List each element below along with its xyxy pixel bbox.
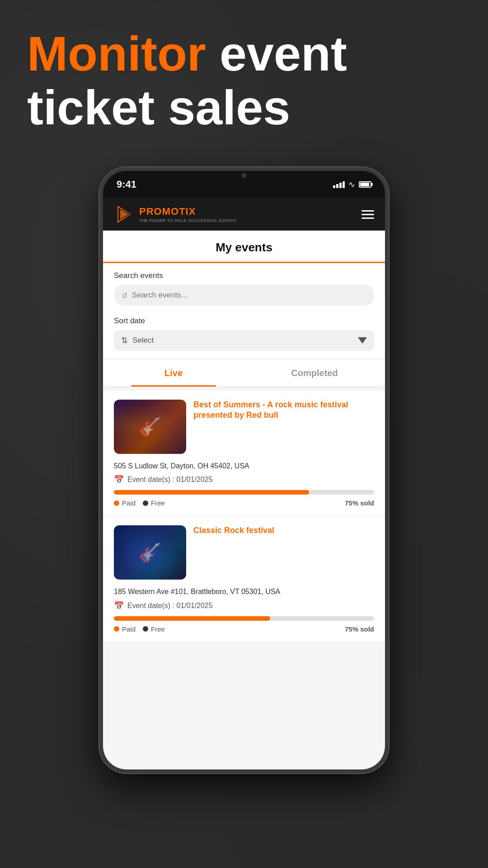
event-title-2: Classic Rock festival (193, 525, 374, 536)
paid-label-2: Paid (122, 625, 136, 633)
event-card-2[interactable]: Classic Rock festival 185 Western Ave #1… (103, 516, 385, 642)
paid-dot-1 (114, 500, 119, 506)
notch (226, 171, 262, 180)
legend-free-1: Free (143, 499, 165, 507)
search-label: Search events (114, 271, 374, 280)
sort-dropdown[interactable]: ⇅ Select (114, 330, 374, 351)
tab-completed[interactable]: Completed (244, 360, 385, 387)
logo-text-area: PROMOTIX THE POWER TO HOLD SUCCESSFUL EV… (139, 206, 236, 223)
logo-tagline: THE POWER TO HOLD SUCCESSFUL EVENTS (139, 218, 236, 223)
page-header: My events (103, 231, 385, 263)
progress-fill-1 (114, 490, 309, 495)
event-info-2: Classic Rock festival (193, 525, 374, 580)
page-title: My events (114, 241, 374, 262)
phone-content: My events Search events ☌ Sort date ⇅ Se… (103, 231, 385, 769)
event-info-1: Best of Summers - A rock music festival … (193, 400, 374, 454)
event-card-top-1: Best of Summers - A rock music festival … (114, 400, 374, 454)
event-date-1: Event date(s) : 01/01/2025 (127, 476, 213, 484)
progress-bar-2 (114, 616, 374, 621)
sort-label: Sort date (114, 316, 374, 326)
sold-percent-1: 75% sold (345, 499, 374, 507)
paid-dot-2 (114, 626, 119, 632)
sort-icon: ⇅ (121, 335, 128, 345)
logo-promo: PROMO (139, 206, 179, 217)
status-time: 9:41 (117, 179, 136, 190)
paid-label-1: Paid (122, 499, 136, 507)
progress-bar-1 (114, 490, 374, 495)
hamburger-line-1 (361, 210, 374, 212)
free-dot-2 (143, 626, 148, 632)
search-input-wrapper[interactable]: ☌ (114, 285, 374, 306)
sold-percent-2: 75% sold (345, 625, 374, 633)
event-address-1: 505 S Ludlow St, Dayton, OH 45402, USA (114, 461, 374, 471)
hero-highlight: Monitor (27, 26, 206, 81)
event-date-2: Event date(s) : 01/01/2025 (127, 602, 213, 610)
legend-paid-1: Paid (114, 499, 136, 507)
event-image-2 (114, 525, 186, 580)
free-dot-1 (143, 500, 148, 506)
phone-frame: 9:41 ∿ PROMOTIX THE POWER T (99, 167, 389, 773)
hero-section: Monitor event ticket sales (27, 27, 461, 135)
search-input[interactable] (132, 291, 366, 300)
hamburger-line-3 (361, 217, 374, 219)
hamburger-line-2 (361, 214, 374, 215)
logo-icon (114, 204, 135, 225)
app-navbar: PROMOTIX THE POWER TO HOLD SUCCESSFUL EV… (103, 198, 385, 231)
event-image-1 (114, 400, 186, 454)
legend-free-2: Free (143, 625, 165, 633)
logo-tix: TIX (179, 206, 196, 217)
logo-name: PROMOTIX (139, 206, 236, 217)
sort-section: Sort date ⇅ Select (103, 311, 385, 358)
free-label-2: Free (151, 625, 165, 633)
tab-live[interactable]: Live (103, 360, 244, 387)
event-card-1[interactable]: Best of Summers - A rock music festival … (103, 391, 385, 516)
sort-value: Select (132, 336, 154, 345)
status-icons: ∿ (333, 179, 371, 189)
search-icon: ☌ (122, 290, 127, 300)
calendar-icon-1: 📅 (114, 475, 124, 485)
events-list: Best of Summers - A rock music festival … (103, 391, 385, 642)
hero-title: Monitor event ticket sales (27, 27, 461, 135)
battery-icon (359, 181, 371, 188)
ticket-legend-1: Paid Free 75% sold (114, 499, 374, 507)
legend-paid-2: Paid (114, 625, 136, 633)
event-date-row-1: 📅 Event date(s) : 01/01/2025 (114, 475, 374, 485)
ticket-legend-2: Paid Free 75% sold (114, 625, 374, 633)
free-label-1: Free (151, 499, 165, 507)
tabs-section: Live Completed (103, 360, 385, 387)
hamburger-menu[interactable] (361, 210, 374, 219)
wifi-icon: ∿ (348, 179, 355, 189)
event-date-row-2: 📅 Event date(s) : 01/01/2025 (114, 601, 374, 611)
calendar-icon-2: 📅 (114, 601, 124, 611)
event-title-1: Best of Summers - A rock music festival … (193, 400, 374, 421)
chevron-down-icon (358, 337, 367, 344)
event-card-top-2: Classic Rock festival (114, 525, 374, 580)
status-bar: 9:41 ∿ (103, 171, 385, 198)
progress-fill-2 (114, 616, 270, 621)
event-address-2: 185 Western Ave #101, Brattleboro, VT 05… (114, 587, 374, 597)
app-logo: PROMOTIX THE POWER TO HOLD SUCCESSFUL EV… (114, 204, 236, 225)
signal-icon (333, 181, 345, 188)
search-section: Search events ☌ (103, 263, 385, 311)
sort-dropdown-left: ⇅ Select (121, 335, 154, 345)
